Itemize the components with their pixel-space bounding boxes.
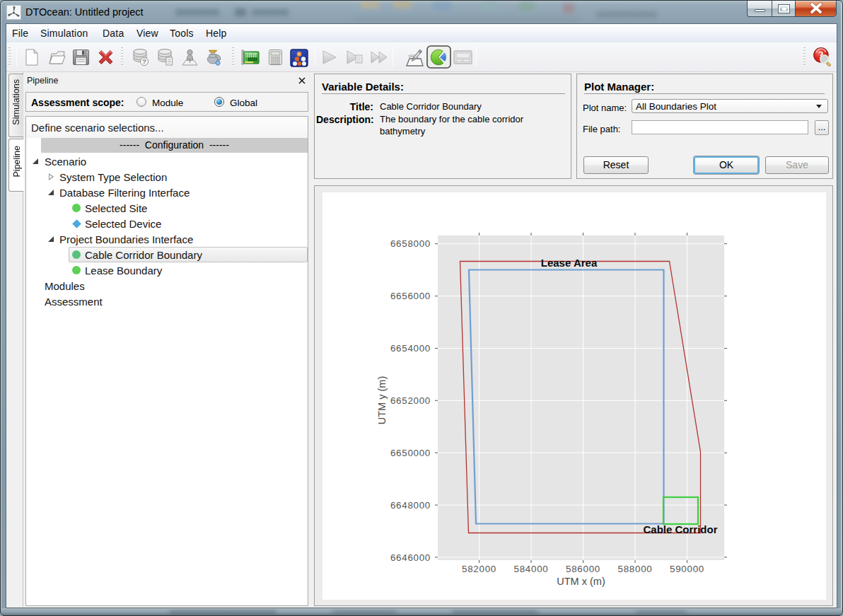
svg-text:6648000: 6648000 <box>390 500 431 511</box>
svg-text:586000: 586000 <box>566 564 600 574</box>
svg-text:Lease Area: Lease Area <box>541 257 598 269</box>
svg-text:582000: 582000 <box>462 564 496 574</box>
svg-text:584000: 584000 <box>514 564 549 574</box>
svg-text:Cable Corridor: Cable Corridor <box>643 523 717 535</box>
svg-text:6646000: 6646000 <box>390 552 431 563</box>
svg-text:?: ? <box>142 57 146 65</box>
svg-text:588000: 588000 <box>618 564 653 574</box>
svg-text:UTM x (m): UTM x (m) <box>557 576 605 587</box>
svg-text:6650000: 6650000 <box>390 448 431 458</box>
svg-text:UTM y (m): UTM y (m) <box>376 376 388 424</box>
svg-text:6654000: 6654000 <box>390 343 431 354</box>
svg-text:6658000: 6658000 <box>390 238 431 249</box>
svg-text:6656000: 6656000 <box>390 291 431 301</box>
svg-text:6652000: 6652000 <box>390 395 431 406</box>
svg-text:590000: 590000 <box>670 564 704 574</box>
